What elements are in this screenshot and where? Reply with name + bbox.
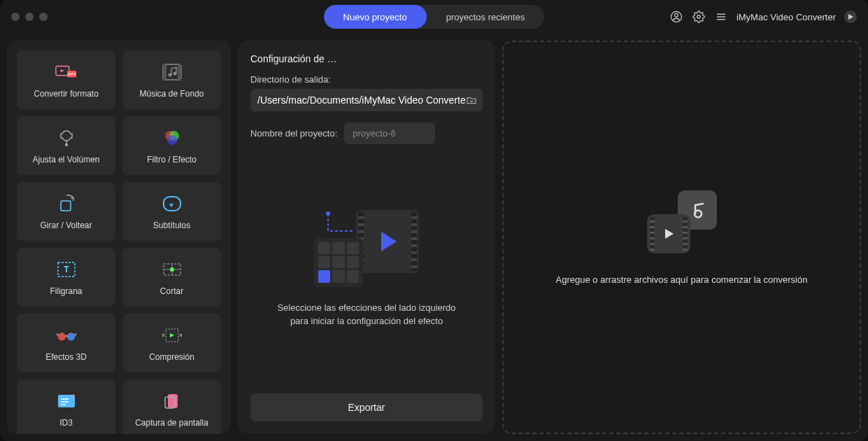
svg-marker-38 <box>162 333 165 337</box>
effect-illustration-icon <box>314 210 419 287</box>
svg-rect-40 <box>58 395 75 407</box>
svg-point-26 <box>170 267 174 272</box>
svg-marker-39 <box>179 333 182 337</box>
export-button[interactable]: Exportar <box>250 393 483 421</box>
svg-marker-22 <box>169 204 173 207</box>
subtitles-icon <box>161 192 183 215</box>
svg-text:T: T <box>64 265 69 274</box>
tool-label: Filtro / Efecto <box>147 155 197 164</box>
drop-files-icon <box>647 190 717 253</box>
rotate-icon <box>55 192 78 215</box>
drop-instruction: Agregue o arrastre archivos aquí para co… <box>556 274 808 285</box>
id3-icon <box>55 390 78 412</box>
svg-marker-47 <box>665 229 674 239</box>
file-drop-zone[interactable]: Agregue o arrastre archivos aquí para co… <box>502 41 861 434</box>
maximize-window-button[interactable] <box>39 13 48 21</box>
window-controls <box>11 13 48 21</box>
svg-point-31 <box>57 332 65 340</box>
tool-3d-effects[interactable]: Efectos 3D <box>17 314 115 372</box>
tab-recent-projects[interactable]: proyectos recientes <box>427 5 545 29</box>
svg-rect-13 <box>178 64 181 80</box>
screenshot-icon <box>161 390 183 412</box>
minimize-window-button[interactable] <box>25 13 34 21</box>
config-panel: Configuración de … Directorio de salida:… <box>238 41 495 434</box>
svg-point-46 <box>326 211 330 216</box>
tool-watermark[interactable]: T Filigrana <box>17 248 115 307</box>
tool-label: Compresión <box>149 352 194 362</box>
svg-marker-37 <box>170 333 174 337</box>
svg-point-20 <box>167 135 177 145</box>
tool-label: Girar / Voltear <box>40 220 92 230</box>
project-tabs: Nuevo proyecto proyectos recientes <box>324 5 545 29</box>
tool-id3[interactable]: ID3 <box>17 379 115 434</box>
svg-line-35 <box>74 334 76 335</box>
tool-screenshot[interactable]: Captura de pantalla <box>122 379 221 434</box>
tool-cut[interactable]: Cortar <box>122 248 221 307</box>
svg-point-32 <box>66 332 74 340</box>
tool-convert-format[interactable]: MP4 Convertir formato <box>17 50 115 109</box>
effect-instruction: Seleccione las efecciones del lado izqui… <box>269 301 464 328</box>
app-window: Nuevo proyecto proyectos recientes iMyMa… <box>0 0 868 441</box>
convert-format-icon: MP4 <box>55 61 78 83</box>
glasses-3d-icon <box>55 324 78 346</box>
settings-icon[interactable] <box>692 10 706 24</box>
tool-label: ID3 <box>59 418 73 428</box>
tool-label: Música de Fondo <box>139 89 204 99</box>
tool-subtitles[interactable]: Subtítulos <box>122 182 221 241</box>
project-name-label: Nombre del proyecto: <box>250 128 337 139</box>
output-dir-value: /Users/mac/Documents/iMyMac Video Conver… <box>257 94 466 106</box>
play-icon[interactable] <box>844 10 857 23</box>
close-window-button[interactable] <box>11 13 20 21</box>
menu-icon[interactable] <box>714 10 728 24</box>
svg-point-1 <box>675 13 678 17</box>
tool-filter-effect[interactable]: Filtro / Efecto <box>122 116 221 175</box>
filter-icon <box>161 127 183 149</box>
tool-rotate-flip[interactable]: Girar / Voltear <box>17 182 115 241</box>
tool-label: Captura de pantalla <box>135 418 208 428</box>
compression-icon <box>161 324 183 346</box>
tool-label: Convertir formato <box>34 89 99 99</box>
svg-rect-12 <box>163 64 166 80</box>
svg-point-17 <box>65 144 68 146</box>
tab-new-project[interactable]: Nuevo proyecto <box>324 5 427 29</box>
tool-label: Cortar <box>160 286 183 296</box>
svg-marker-8 <box>60 69 64 72</box>
config-title: Configuración de … <box>250 53 483 64</box>
effect-placeholder: Seleccione las efecciones del lado izqui… <box>250 144 483 393</box>
tool-compression[interactable]: Compresión <box>122 314 221 372</box>
tool-label: Efectos 3D <box>45 352 87 362</box>
project-name-input[interactable] <box>344 122 435 144</box>
titlebar: Nuevo proyecto proyectos recientes iMyMa… <box>0 0 868 34</box>
music-icon <box>161 61 183 83</box>
svg-rect-21 <box>61 201 71 211</box>
svg-text:MP4: MP4 <box>67 72 76 76</box>
browse-folder-icon[interactable] <box>466 94 477 106</box>
tool-label: Filigrana <box>50 286 82 296</box>
tool-label: Ajusta el Volúmen <box>32 155 99 164</box>
account-icon[interactable] <box>669 10 683 24</box>
tool-adjust-volume[interactable]: Ajusta el Volúmen <box>17 116 115 175</box>
svg-line-34 <box>56 334 58 335</box>
cut-icon <box>161 258 183 281</box>
output-dir-label: Directorio de salida: <box>250 74 483 85</box>
output-dir-input[interactable]: /Users/mac/Documents/iMyMac Video Conver… <box>250 89 483 111</box>
app-title: iMyMac Video Converter <box>737 12 836 22</box>
volume-icon <box>55 127 78 149</box>
svg-point-2 <box>697 15 701 19</box>
svg-marker-6 <box>848 14 853 20</box>
tool-background-music[interactable]: Música de Fondo <box>122 50 221 109</box>
svg-rect-44 <box>168 394 178 408</box>
tools-sidebar: MP4 Convertir formato Música de Fondo Aj… <box>7 41 231 434</box>
watermark-icon: T <box>55 258 78 281</box>
tool-label: Subtítulos <box>153 220 190 230</box>
